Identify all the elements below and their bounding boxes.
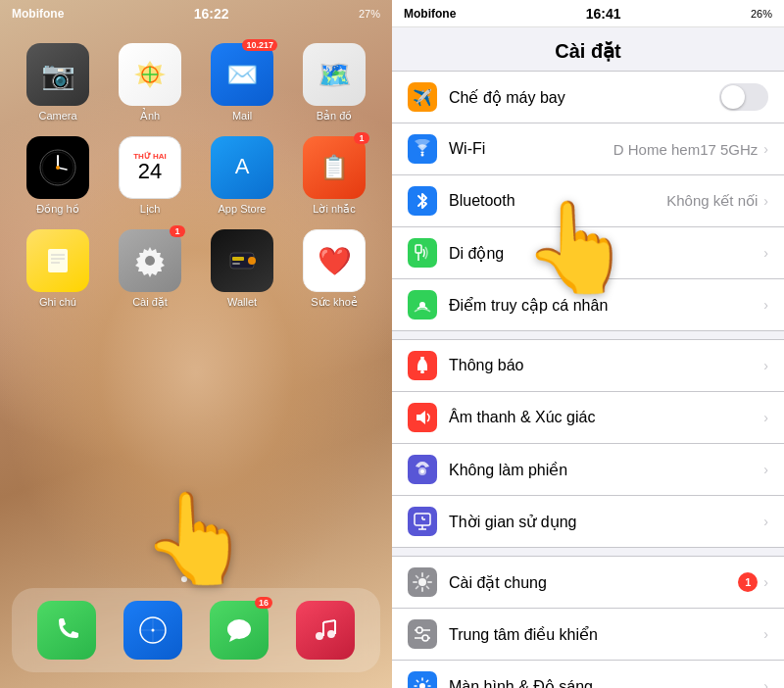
left-carrier: Mobifone	[12, 7, 64, 21]
left-time: 16:22	[194, 6, 229, 22]
bluetooth-icon	[408, 186, 437, 216]
app-reminders[interactable]: 📋 1 Lời nhắc	[292, 136, 376, 216]
settings-badge: 1	[170, 225, 185, 237]
mobile-icon	[408, 238, 437, 268]
left-status-bar: Mobifone 16:22 27%	[0, 0, 392, 27]
wifi-value: D Home hem17 5GHz	[613, 141, 759, 158]
dock-messages[interactable]: 16	[210, 601, 269, 660]
photos-label: Ảnh	[140, 110, 160, 123]
wifi-label: Wi-Fi	[449, 140, 613, 158]
appstore-label: App Store	[219, 203, 267, 215]
svg-line-30	[323, 620, 335, 622]
bluetooth-chevron: ›	[763, 193, 768, 209]
reminders-badge: 1	[354, 132, 369, 144]
sound-icon	[408, 403, 437, 432]
reminders-icon: 📋 1	[303, 136, 366, 199]
screentime-chevron: ›	[763, 514, 768, 529]
hand-cursor-right: 👆	[522, 196, 632, 299]
display-icon	[408, 671, 437, 688]
svg-line-51	[426, 586, 428, 588]
photos-icon	[119, 43, 181, 106]
focus-chevron: ›	[763, 462, 768, 477]
dock-music[interactable]	[296, 601, 355, 660]
app-notes[interactable]: Ghi chú	[16, 229, 100, 309]
app-camera[interactable]: 📷 Camera	[16, 43, 100, 123]
mobile-chevron: ›	[763, 245, 768, 261]
app-calendar[interactable]: THỨ HAI 24 Lịch	[108, 136, 192, 216]
dock: 16	[12, 588, 380, 672]
row-general[interactable]: Cài đặt chung 1 ›	[392, 557, 784, 609]
app-maps[interactable]: 🗺️ Bản đồ	[292, 43, 376, 123]
control-label: Trung tâm điều khiển	[449, 625, 763, 644]
health-label: Sức khoẻ	[311, 296, 358, 309]
svg-rect-8	[48, 249, 68, 272]
svg-point-31	[421, 154, 424, 157]
right-status-bar: Mobifone 16:41 26%	[392, 0, 784, 27]
row-notifications[interactable]: Thông báo ›	[392, 340, 784, 392]
row-display[interactable]: Màn hình & Độ sáng ›	[392, 661, 784, 688]
messages-badge: 16	[255, 597, 272, 609]
app-photos[interactable]: Ảnh	[108, 43, 192, 123]
row-focus[interactable]: Không làm phiền ›	[392, 444, 784, 496]
mail-label: Mail	[232, 110, 252, 122]
notes-icon	[26, 229, 89, 292]
camera-label: Camera	[38, 110, 76, 122]
app-wallet[interactable]: Wallet	[200, 229, 284, 309]
svg-rect-35	[420, 357, 424, 359]
app-settings[interactable]: 1 Cài đặt	[108, 229, 192, 309]
svg-point-27	[327, 630, 335, 638]
app-appstore[interactable]: A App Store	[200, 136, 284, 216]
notifications-chevron: ›	[763, 358, 768, 373]
row-airplane[interactable]: ✈️ Chế độ máy bay	[392, 72, 784, 123]
svg-rect-15	[232, 257, 244, 261]
general-chevron: ›	[763, 574, 768, 590]
calendar-icon: THỨ HAI 24	[119, 136, 181, 199]
settings-title-bar: Cài đặt	[392, 27, 784, 71]
appstore-icon: A	[211, 136, 273, 199]
clock-label: Đồng hồ	[36, 203, 78, 216]
wallet-label: Wallet	[227, 296, 257, 308]
app-mail[interactable]: ✉️ 10.217 Mail	[200, 43, 284, 123]
dock-phone[interactable]	[37, 601, 96, 660]
toggle-thumb	[721, 85, 745, 109]
notifications-icon	[408, 351, 437, 380]
hotspot-icon	[408, 290, 437, 319]
screentime-icon	[408, 507, 437, 536]
calendar-inner: THỨ HAI 24	[120, 137, 180, 198]
right-phone: Mobifone 16:41 26% Cài đặt ✈️ Chế độ máy…	[392, 0, 784, 688]
hand-cursor-left: 👆	[141, 487, 251, 590]
row-wifi[interactable]: Wi-Fi D Home hem17 5GHz ›	[392, 123, 784, 175]
camera-icon: 📷	[26, 43, 89, 106]
svg-point-54	[416, 627, 422, 633]
svg-point-13	[145, 256, 155, 266]
app-health[interactable]: ❤️ Sức khoẻ	[292, 229, 376, 309]
svg-point-24	[227, 619, 251, 639]
app-clock[interactable]: Đồng hồ	[16, 136, 100, 216]
svg-point-6	[56, 166, 60, 170]
display-chevron: ›	[763, 678, 768, 688]
left-phone: Mobifone 16:22 27% 📷 Camera Ảnh ✉️ 10.21…	[0, 0, 392, 688]
svg-point-60	[419, 683, 425, 688]
svg-line-65	[416, 680, 417, 681]
dock-safari[interactable]	[123, 601, 182, 660]
svg-rect-16	[232, 263, 240, 265]
health-icon: ❤️	[303, 229, 366, 292]
airplane-toggle[interactable]	[719, 83, 768, 111]
sound-label: Âm thanh & Xúc giác	[449, 409, 763, 426]
right-time: 16:41	[586, 6, 621, 22]
hotspot-chevron: ›	[763, 297, 768, 313]
row-screentime[interactable]: Thời gian sử dụng ›	[392, 496, 784, 547]
settings-label: Cài đặt	[132, 296, 168, 309]
settings-list: ✈️ Chế độ máy bay Wi-Fi D Home hem17 5GH…	[392, 71, 784, 688]
app-grid: 📷 Camera Ảnh ✉️ 10.217 Mail 🗺️ Bản đồ Đồ	[0, 35, 392, 317]
svg-point-26	[316, 632, 323, 640]
row-control[interactable]: Trung tâm điều khiển ›	[392, 609, 784, 661]
svg-text:A: A	[235, 154, 250, 178]
wifi-chevron: ›	[763, 141, 768, 157]
svg-rect-36	[420, 370, 424, 373]
right-carrier: Mobifone	[404, 7, 456, 21]
svg-line-52	[426, 576, 428, 578]
general-label: Cài đặt chung	[449, 573, 738, 592]
reminders-label: Lời nhắc	[313, 203, 355, 216]
row-sound[interactable]: Âm thanh & Xúc giác ›	[392, 392, 784, 444]
